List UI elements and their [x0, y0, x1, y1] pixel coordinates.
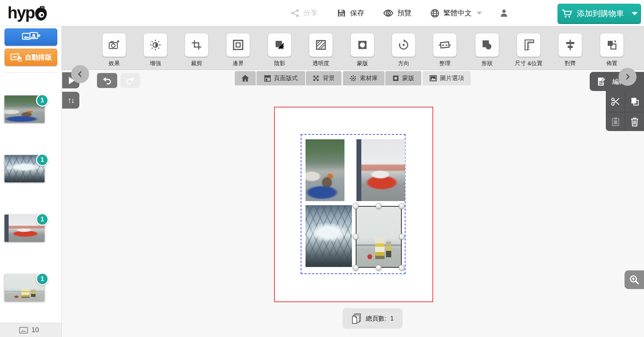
share-label: 分享 — [303, 8, 318, 18]
auto-layout-button[interactable]: 自動排版 — [4, 49, 57, 66]
resize-handle-top-right[interactable] — [399, 203, 405, 209]
resize-handle-bottom-center[interactable] — [376, 265, 382, 271]
copy-button[interactable] — [625, 91, 644, 112]
tab-page-layout[interactable]: 頁面版式 — [256, 71, 305, 85]
paste-button — [606, 112, 625, 131]
tool-layout-button[interactable] — [600, 33, 624, 57]
tool-enhance-button[interactable] — [143, 33, 167, 57]
photo-count-footer: 10 — [0, 323, 61, 337]
usage-count-badge: 1 — [36, 94, 49, 107]
straighten-icon — [438, 38, 452, 52]
share-button: 分享 — [290, 0, 318, 26]
tab-background[interactable]: 背景 — [306, 71, 341, 85]
add-to-cart-button[interactable]: 添加到購物車 — [558, 4, 641, 23]
align-icon — [564, 39, 577, 51]
resize-handle-bottom-right[interactable] — [399, 265, 405, 271]
globe-icon — [430, 8, 440, 18]
account-button[interactable] — [499, 0, 509, 26]
page-photo-street-motorbike[interactable] — [306, 139, 344, 201]
resize-handle-bottom-left[interactable] — [353, 265, 359, 271]
auto-layout-icon — [10, 52, 22, 62]
tool-crop-button[interactable] — [185, 33, 209, 57]
save-button[interactable]: 保存 — [336, 0, 364, 26]
rotate-icon — [397, 39, 410, 51]
up-down-arrows-icon: ↑↓ — [68, 96, 74, 105]
photo-image — [356, 139, 405, 201]
tool-shape-button[interactable] — [475, 33, 499, 57]
toolbar-scroll-left-button[interactable] — [71, 65, 89, 83]
editor-canvas[interactable]: ↑↓ 頁面版式 — [62, 70, 644, 337]
pages-stack-icon — [351, 313, 362, 324]
page-layout-icon — [264, 75, 271, 82]
cut-button[interactable] — [606, 91, 625, 112]
tool-tidy-button[interactable] — [433, 33, 457, 57]
ruler-icon — [522, 39, 535, 51]
photo-sidebar: 自動排版 1 1 1 1 10 — [0, 26, 62, 337]
tab-library-label: 素材庫 — [360, 75, 378, 82]
camera-o-icon — [35, 7, 47, 21]
language-selector[interactable]: 繁體中文 — [430, 0, 482, 26]
delete-button[interactable] — [625, 112, 644, 131]
tool-align-button[interactable] — [558, 33, 582, 57]
resize-handle-middle-right[interactable] — [399, 234, 405, 240]
shape-icon — [481, 39, 493, 51]
undo-button[interactable] — [97, 73, 117, 88]
opacity-icon — [315, 39, 327, 51]
page-photo-gas-station-selected[interactable] — [356, 206, 402, 268]
page-photo-red-taxi[interactable] — [356, 139, 405, 201]
tool-shadow-button[interactable] — [268, 33, 292, 57]
home-icon — [241, 75, 249, 82]
zoom-in-button[interactable] — [625, 270, 644, 289]
hypo-logo[interactable]: hyp — [7, 4, 47, 21]
tool-border-button[interactable] — [226, 33, 250, 57]
add-photos-button[interactable] — [4, 28, 57, 46]
thumbnail-street-motorbike[interactable]: 1 — [4, 95, 45, 123]
tool-size-position-button[interactable] — [517, 33, 541, 57]
effects-icon — [108, 39, 121, 51]
tool-orientation-button[interactable] — [392, 33, 416, 57]
usage-count-badge: 1 — [36, 273, 49, 285]
save-label: 保存 — [350, 8, 364, 18]
total-pages-value: 1 — [390, 315, 394, 322]
tool-layout-label: 佈置 — [586, 60, 638, 67]
magnifier-plus-icon — [629, 274, 640, 285]
photo-image — [306, 205, 352, 267]
resize-handle-top-left[interactable] — [353, 203, 359, 209]
app-header: hyp 分享 保存 預覽 繁體中文 — [0, 0, 644, 26]
tool-mask-button[interactable] — [350, 33, 374, 57]
photos-icon — [19, 326, 28, 334]
photo-image — [356, 207, 401, 267]
mask-tab-icon — [392, 75, 399, 82]
page-photo-station-interior[interactable] — [306, 205, 352, 267]
trash-icon — [630, 116, 640, 127]
usage-count-badge: 1 — [36, 154, 49, 166]
tab-home[interactable] — [235, 71, 256, 85]
copy-icon — [629, 96, 640, 107]
tool-opacity-button[interactable] — [309, 33, 333, 57]
thumbnail-station-interior[interactable]: 1 — [4, 155, 45, 182]
resize-handle-top-center[interactable] — [376, 203, 382, 209]
image-toolbar: 效果 增強 裁剪 邊界 陰影 透明度 — [0, 26, 644, 70]
thumbnail-gas-station[interactable]: 1 — [4, 274, 45, 301]
preview-button[interactable]: 預覽 — [383, 0, 411, 26]
resize-handle-middle-left[interactable] — [353, 234, 359, 240]
shadow-icon — [273, 39, 286, 51]
redo-icon — [125, 76, 135, 85]
tab-image-options[interactable]: 圖片選項 — [423, 71, 471, 85]
tab-mask[interactable]: 蒙版 — [385, 71, 421, 85]
eye-icon — [383, 7, 394, 19]
toolbar-scroll-right-button[interactable] — [619, 68, 637, 86]
crop-icon — [191, 39, 203, 51]
total-pages-indicator: 總頁數: 1 — [343, 308, 402, 329]
cart-caret-icon — [632, 12, 638, 15]
save-floppy-icon — [336, 8, 347, 18]
tab-library[interactable]: 素材庫 — [343, 71, 385, 85]
reorder-pages-button[interactable]: ↑↓ — [62, 92, 79, 109]
tool-effects-button[interactable] — [102, 33, 126, 57]
layout-icon — [605, 39, 618, 51]
background-icon — [313, 75, 320, 82]
thumbnail-red-taxi[interactable]: 1 — [4, 215, 45, 242]
clipboard-paste-icon — [610, 116, 621, 127]
edit-tools-grid — [606, 91, 644, 131]
cart-icon — [561, 9, 572, 18]
